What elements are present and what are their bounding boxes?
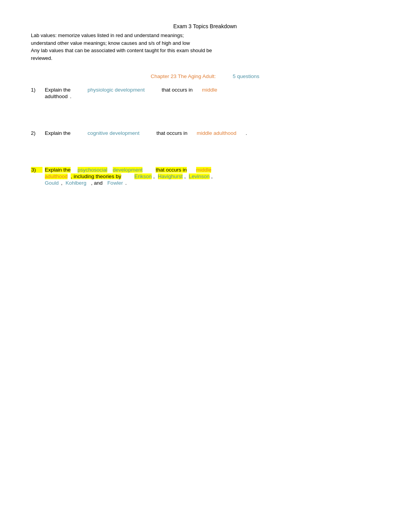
question-3-number: 3): [31, 167, 42, 173]
q3-erikson: Erikson: [134, 173, 152, 179]
q3-including: , including theories by: [71, 173, 121, 179]
chapter-title: Chapter 23 The Aging Adult:: [151, 73, 216, 79]
question-1-number: 1): [31, 87, 42, 93]
chapter-section: Chapter 23 The Aging Adult: 5 questions …: [31, 73, 379, 186]
q3-havighurst: Havighurst: [158, 173, 183, 179]
chapter-header: Chapter 23 The Aging Adult: 5 questions: [31, 73, 379, 79]
q3-psychosocial: psychosocial: [78, 167, 107, 173]
intro-line-3: Any lab values that can be associated wi…: [31, 47, 379, 54]
q2-middle-adulthood: middle adulthood: [197, 130, 236, 136]
q3-kohlberg: Kohlberg: [66, 180, 86, 186]
intro-line-4: reviewed.: [31, 54, 379, 62]
q3-middle: middle: [196, 167, 212, 173]
q1-middle: middle: [202, 87, 217, 93]
q1-dot: .: [70, 93, 71, 99]
page-title: Exam 3 Topics Breakdown: [31, 23, 379, 29]
q3-comma4: ,: [61, 180, 63, 186]
intro-line-1: Lab values: memorize values listed in re…: [31, 32, 379, 39]
q3-fowler: Fowler: [107, 180, 123, 186]
q3-explain-the: Explain the: [45, 167, 71, 173]
q3-and: , and: [91, 180, 103, 186]
q1-physiologic: physiologic development: [88, 87, 145, 93]
q3-comma2: ,: [184, 173, 186, 179]
chapter-questions: 5 questions: [233, 73, 259, 79]
question-3: 3) Explain the psychosocial development …: [31, 167, 379, 186]
q3-adulthood: adulthood: [45, 173, 68, 179]
q2-dot: .: [246, 130, 247, 136]
intro-text: Lab values: memorize values listed in re…: [31, 32, 379, 62]
q3-development: development: [113, 167, 142, 173]
q1-adulthood: adulthood: [45, 93, 68, 99]
q2-cognitive: cognitive development: [88, 130, 139, 136]
intro-line-2: understand other value meanings; know ca…: [31, 39, 379, 47]
q3-gould: Gould: [45, 180, 59, 186]
q1-explain-the: Explain the: [45, 87, 71, 93]
q3-dot: .: [125, 180, 127, 186]
q3-levinson: Levinson: [189, 173, 210, 179]
q2-that-occurs-in: that occurs in: [156, 130, 187, 136]
question-1: 1) Explain the physiologic development t…: [31, 87, 379, 99]
q3-that-occurs-in: that occurs in: [156, 167, 186, 173]
q1-that-occurs-in: that occurs in: [162, 87, 193, 93]
question-2: 2) Explain the cognitive development tha…: [31, 130, 379, 136]
q3-comma3: ,: [211, 173, 213, 179]
q3-comma1: ,: [153, 173, 155, 179]
question-2-number: 2): [31, 130, 42, 136]
q2-explain-the: Explain the: [45, 130, 71, 136]
